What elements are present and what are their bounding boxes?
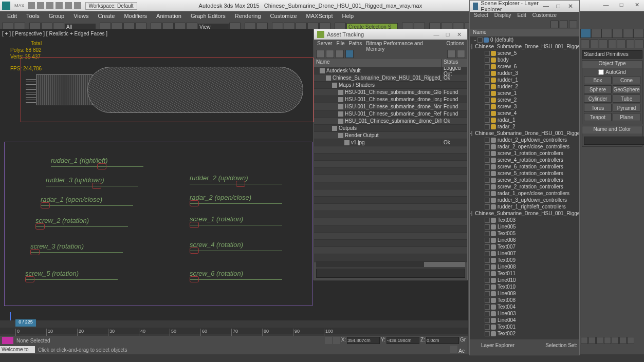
maximize-icon[interactable]: □ xyxy=(614,2,629,10)
object-name-input[interactable] xyxy=(584,137,644,145)
goto-start-icon[interactable] xyxy=(581,337,588,344)
scene-menu-item[interactable]: Edit xyxy=(518,12,526,20)
prev-frame-icon[interactable] xyxy=(588,337,596,344)
comm-center-icon[interactable] xyxy=(450,346,457,353)
asset-list[interactable]: Autodesk VaultLogged OutChinese_Submarin… xyxy=(314,67,467,262)
scene-node[interactable]: rudder_1_right/left_controllers xyxy=(470,203,579,210)
timeline[interactable]: 0 / 225 0102030405060708090100 xyxy=(0,320,468,336)
asset-row[interactable]: v1.jpgOk xyxy=(314,139,467,146)
y-coord-input[interactable] xyxy=(387,337,419,344)
scene-node[interactable]: body xyxy=(470,56,579,63)
asset-hscroll[interactable] xyxy=(316,261,465,268)
scene-node[interactable]: Line007 xyxy=(470,250,579,257)
new-icon[interactable] xyxy=(28,2,35,9)
footer-sel-icon[interactable] xyxy=(536,342,542,348)
scene-node[interactable]: Text002 xyxy=(470,330,579,337)
scene-menu-item[interactable]: Display xyxy=(494,12,511,20)
rig-control[interactable]: screw_1 (rotation) xyxy=(190,215,282,225)
script-listener[interactable]: Welcome to M xyxy=(0,346,35,353)
scene-node[interactable]: screw_1_rotation_controllers xyxy=(470,150,579,157)
menu-modifiers[interactable]: Modifiers xyxy=(120,12,151,20)
close-icon[interactable]: ✕ xyxy=(454,31,464,38)
asset-row[interactable]: HSU-001_Chinese_submarine_drone_ior.pngF… xyxy=(314,96,467,103)
create-plane-button[interactable]: Plane xyxy=(613,113,640,121)
scene-column-header[interactable]: Name xyxy=(470,29,579,36)
next-frame-icon[interactable] xyxy=(604,337,611,344)
asset-menu-item[interactable]: Bitmap Performance and Memory xyxy=(366,41,442,48)
systems-icon[interactable] xyxy=(635,40,643,48)
time-ruler[interactable]: 0102030405060708090100 xyxy=(0,328,468,334)
asset-row[interactable]: HSU-001_Chinese_submarine_drone_Reflecti… xyxy=(314,110,467,118)
tool-close-icon[interactable] xyxy=(550,21,559,28)
scene-node[interactable]: screw_4 xyxy=(470,110,579,117)
play-icon[interactable] xyxy=(596,337,603,344)
create-sphere-button[interactable]: Sphere xyxy=(584,85,612,93)
rig-control[interactable]: screw_3 (rotation) xyxy=(30,242,123,253)
scene-node[interactable]: Text004 xyxy=(470,303,579,310)
x-coord-input[interactable] xyxy=(347,337,380,344)
autogrid-checkbox[interactable] xyxy=(598,69,604,75)
rig-control[interactable]: screw_6 (rotation) xyxy=(190,270,282,280)
lights-icon[interactable] xyxy=(599,40,608,48)
scene-node[interactable]: screw_6_rotation_controllers xyxy=(470,163,579,170)
viewport-label[interactable]: [ + ] [ Perspective ] [ Realistic + Edge… xyxy=(2,31,107,36)
rig-control[interactable]: screw_2 (rotation) xyxy=(35,217,128,227)
create-teapot-button[interactable]: Teapot xyxy=(584,113,612,121)
close-icon[interactable]: ✕ xyxy=(565,3,576,10)
create-cylinder-button[interactable]: Cylinder xyxy=(584,94,612,103)
scene-node[interactable]: screw_4_rotation_controllers xyxy=(470,157,579,163)
time-config-icon[interactable] xyxy=(627,337,634,344)
scene-tree[interactable]: -0 (default)-Chinese_Submarine_Drone_HSU… xyxy=(470,36,579,339)
asset-row[interactable]: HSU-001_Chinese_submarine_drone_Glossine… xyxy=(314,89,467,96)
menu-graph-editors[interactable]: Graph Editors xyxy=(187,12,230,20)
menu-group[interactable]: Group xyxy=(45,12,69,20)
scene-node[interactable]: radar_2_open/close_controllers xyxy=(470,143,579,150)
list-view-icon[interactable] xyxy=(326,50,334,58)
scene-menu-item[interactable]: Customize xyxy=(532,12,557,20)
menu-customize[interactable]: Customize xyxy=(266,12,301,20)
maximize-icon[interactable]: □ xyxy=(553,3,564,10)
hierarchy-tab[interactable] xyxy=(601,29,612,38)
redo-icon[interactable] xyxy=(65,2,72,9)
tool-filter-icon[interactable] xyxy=(560,21,568,28)
footer-selection-set[interactable]: Selection Set: xyxy=(545,342,577,348)
asset-menu-item[interactable]: Options xyxy=(447,41,464,48)
cameras-icon[interactable] xyxy=(608,40,617,48)
scene-menu-item[interactable]: Select xyxy=(474,12,488,20)
app-menu-label[interactable]: MAX xyxy=(12,3,27,8)
create-tube-button[interactable]: Tube xyxy=(613,94,640,103)
minimize-icon[interactable]: — xyxy=(540,3,551,10)
scene-node[interactable]: Line003 xyxy=(470,310,579,317)
detail-view-icon[interactable] xyxy=(345,50,354,58)
scene-node[interactable]: rudder_3_up/down_controllers xyxy=(470,197,579,203)
table-view-icon[interactable] xyxy=(336,50,344,58)
scene-node[interactable]: Text008 xyxy=(470,297,579,303)
scene-node[interactable]: screw_5_rotation_controllers xyxy=(470,170,579,177)
asset-menu-item[interactable]: Server xyxy=(317,41,332,48)
rig-control[interactable]: radar_1 (open/close) xyxy=(41,196,133,206)
options-icon[interactable] xyxy=(457,50,465,58)
time-slider[interactable]: 0 / 225 xyxy=(15,319,36,327)
asset-row[interactable]: HSU-001_Chinese_submarine_drone_Normal.p… xyxy=(314,103,467,110)
scene-node[interactable]: -Chinese_Submarine_Drone_HSU_001_Rigged_… xyxy=(470,210,579,217)
scene-node[interactable]: screw_6 xyxy=(470,63,579,70)
help-icon[interactable] xyxy=(447,50,455,58)
asset-row[interactable]: Chinese_Submarine_Drone_HSU_001_Rigged_m… xyxy=(314,74,467,82)
scene-node[interactable]: Text009 xyxy=(470,257,579,263)
utilities-tab[interactable] xyxy=(633,29,644,38)
menu-create[interactable]: Create xyxy=(94,12,119,20)
display-tab[interactable] xyxy=(623,29,634,38)
z-coord-input[interactable] xyxy=(426,337,459,344)
create-torus-button[interactable]: Torus xyxy=(584,104,612,112)
scene-node[interactable]: screw_3 xyxy=(470,103,579,110)
minimize-icon[interactable]: — xyxy=(599,2,613,10)
modify-tab[interactable] xyxy=(591,29,602,38)
asset-row[interactable]: Autodesk VaultLogged Out xyxy=(314,67,467,74)
asset-tracking-titlebar[interactable]: Asset Tracking —□✕ xyxy=(314,29,467,40)
scene-node[interactable]: Line008 xyxy=(470,263,579,270)
create-pyramid-button[interactable]: Pyramid xyxy=(613,104,640,112)
scene-node[interactable]: Text011 xyxy=(470,270,579,277)
scene-node[interactable]: radar_2 xyxy=(470,123,579,130)
category-dropdown[interactable]: Standard Primitives xyxy=(582,50,642,59)
rig-control[interactable]: screw_5 (rotation) xyxy=(25,270,118,280)
